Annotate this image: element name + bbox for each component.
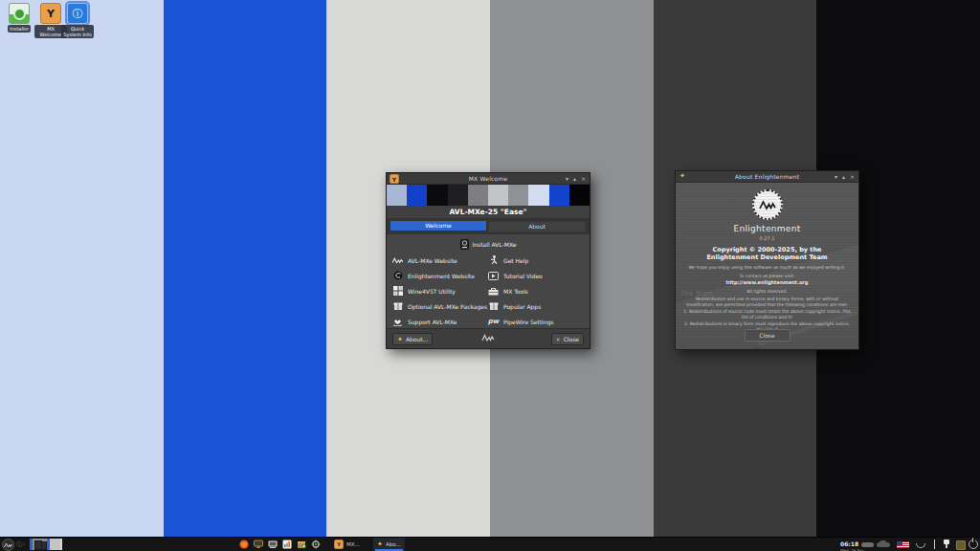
link-label: Popular Apps [503,303,541,310]
tab-welcome[interactable]: Welcome [390,221,486,231]
desktop-pager[interactable] [30,539,62,550]
about-body: The Team Enlightenment 0.27.1 Copyright … [676,183,858,349]
install-label: Install AVL-MXe [473,241,517,248]
links-column-right: Get Help Tutorial Video MX Tools [488,253,584,329]
launcher-display-settings-icon[interactable] [254,540,263,549]
night-mode-icon[interactable] [916,543,925,548]
desktop-icon-quick-system-info[interactable]: ⓘ Quick System Info [61,3,94,38]
shade-button[interactable]: ▾ [566,173,568,184]
systray-separator [934,540,935,549]
license-text: Redistribution and use in source and bin… [683,297,852,307]
about-titlebar[interactable]: ✦ About Enlightenment ▾ ▴ × [676,171,858,183]
launcher-terminal-icon[interactable] [268,540,278,549]
link-get-help[interactable]: Get Help [488,253,584,268]
link-enlightenment-website[interactable]: Enlightenment Website [392,268,488,283]
iconify-button[interactable]: ▴ [842,171,845,182]
keyboard-layout-us-flag[interactable] [897,541,909,548]
cpu-monitor-cloud-icon [880,540,886,544]
power-icon[interactable] [969,540,978,549]
mx-welcome-window: Y MX Welcome ▾ ▴ × AVL-MXe-25 "Ease" Wel… [386,172,590,349]
mx-welcome-task-icon: Y [334,540,344,549]
close-button-label: Close [564,336,579,342]
pager-mini-window [41,541,47,550]
gift-box-icon [488,301,499,312]
launcher-firefox-icon[interactable] [239,540,249,549]
shelf-gadget-icon[interactable]: ⓘ› [16,540,26,549]
package-icon [392,301,403,312]
link-tutorial-video[interactable]: Tutorial Video [488,268,584,283]
main-menu-button[interactable] [2,539,14,551]
close-button[interactable]: Close [745,329,791,342]
task-label: MX... [346,541,360,547]
pager-edge [60,539,62,550]
star-icon: ✦ [397,336,403,343]
heart-hand-icon [392,317,403,327]
pipewire-icon: pw [488,317,499,327]
waveform-icon [392,255,403,266]
taskbar: ⓘ› Y MX... [0,537,980,551]
clock[interactable]: 06:18 PM Wed, 26 Nov [840,539,880,551]
task-button-about-enlightenment[interactable]: ✦ Abo... [373,538,405,551]
video-icon [488,271,499,281]
wallpaper-stripe [0,0,164,538]
usb-device-icon[interactable] [944,540,949,549]
install-button[interactable]: Install AVL-MXe [387,239,590,250]
toolbox-icon [488,286,499,297]
installer-icon [9,3,30,24]
task-label: Abo... [386,541,401,547]
link-support-avl-mxe[interactable]: Support AVL-MXe [392,314,488,329]
pager-desktop-1[interactable] [33,539,47,550]
clock-time: 06:18 [840,540,858,547]
link-label: AVL-MXe Website [408,257,457,264]
rights-text: All rights reserved. [746,289,788,294]
shade-button[interactable]: ▾ [835,171,837,182]
banner-image [387,185,590,206]
desktop-icon-installer[interactable]: Installer [3,3,35,33]
link-pipewire-settings[interactable]: pw PipeWire Settings [488,314,584,329]
link-avl-mxe-website[interactable]: AVL-MXe Website [392,253,488,268]
wallpaper-stripe [164,0,326,538]
pager-desktop-2[interactable] [50,539,60,550]
launcher-chart-app-icon[interactable] [282,540,292,549]
link-wine4vst-utility[interactable]: Wine4VST Utility [392,283,488,298]
link-label: Get Help [503,257,528,264]
about-button-label: About... [406,336,428,342]
iconify-button[interactable]: ▴ [573,173,576,184]
release-heading: AVL-MXe-25 "Ease" [387,206,590,219]
link-popular-apps[interactable]: Popular Apps [488,298,584,314]
task-button-mx-welcome[interactable]: Y MX... [330,538,364,551]
link-label: Tutorial Video [503,273,543,279]
link-label: Optional AVL-MXe Packages [408,303,487,310]
link-optional-packages[interactable]: Optional AVL-MXe Packages [392,298,488,314]
tab-about[interactable]: About [488,221,586,232]
updates-package-icon[interactable] [956,540,966,550]
close-button[interactable]: × [581,173,586,184]
app-name: Enlightenment [733,224,800,233]
link-label: Enlightenment Website [408,273,475,279]
close-button[interactable]: × Close [551,333,584,345]
link-label: PipeWire Settings [503,319,554,325]
info-icon: ⓘ [67,3,88,24]
desktop: Installer Y MX Welcome ⓘ Quick System In… [0,0,980,551]
link-mx-tools[interactable]: MX Tools [488,283,584,298]
tab-bar: Welcome About [387,219,590,234]
website-link[interactable]: http://www.enlightenment.org [726,279,809,285]
desktop-icon-label: Quick System Info [61,25,94,38]
launcher-package-installer-icon[interactable] [297,540,306,549]
help-person-icon [488,255,499,266]
star-icon: ✦ [377,540,383,548]
launcher-settings-icon[interactable] [311,540,321,549]
mx-bottom-bar: ✦ About... × Close [387,328,590,348]
weather-cloud-icon[interactable] [861,542,874,547]
install-drive-icon [460,239,469,250]
enlightenment-logo-icon [392,271,403,281]
mx-welcome-icon: Y [40,3,61,24]
mx-welcome-titlebar[interactable]: Y MX Welcome ▾ ▴ × [387,173,590,185]
app-version: 0.27.1 [760,235,775,241]
close-button[interactable]: × [850,171,855,182]
avl-waveform-logo [481,334,495,342]
license-item-1: 1. Redistributions of source code must r… [682,309,853,320]
link-label: Support AVL-MXe [408,319,457,325]
enjoy-text: We hope you enjoy using this software as… [683,265,852,270]
about-button[interactable]: ✦ About... [392,333,433,345]
